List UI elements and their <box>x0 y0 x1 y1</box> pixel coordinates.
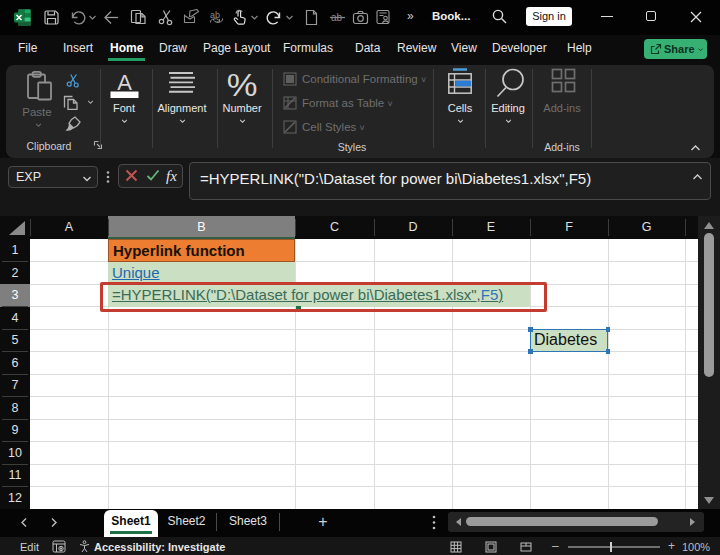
svg-text:ab: ab <box>210 10 220 20</box>
svg-text:A: A <box>117 70 132 95</box>
